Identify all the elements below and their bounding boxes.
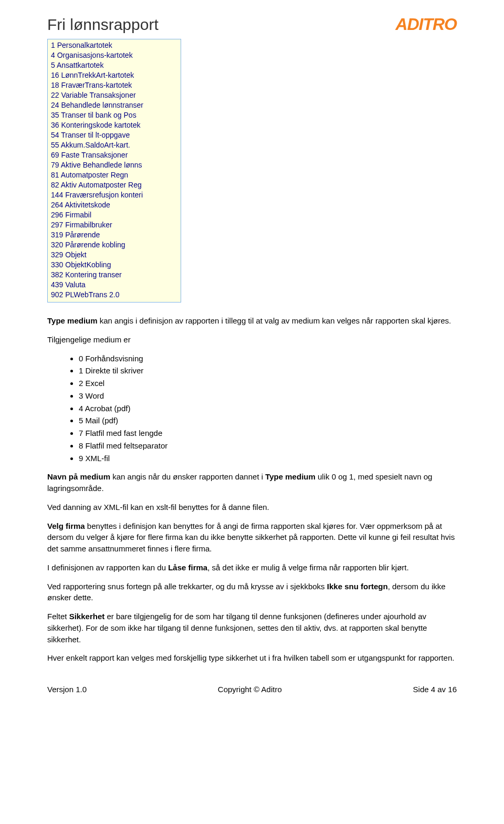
list-item: 4 Organisasjons-kartotek xyxy=(51,50,177,60)
list-item: 320 Pårørende kobling xyxy=(51,240,177,250)
list-item: 2 Excel xyxy=(79,378,457,389)
text: benyttes i definisjon kan benyttes for å… xyxy=(47,521,455,554)
body-content: Type medium kan angis i definisjon av ra… xyxy=(47,315,457,664)
text: kan angis i definisjon av rapporten i ti… xyxy=(98,316,452,325)
list-item: 16 LønnTrekkArt-kartotek xyxy=(51,70,177,80)
bold-term: Navn på medium xyxy=(47,472,110,481)
bold-term: Velg firma xyxy=(47,521,85,530)
text: Feltet xyxy=(47,612,69,621)
bold-term: Type medium xyxy=(265,472,316,481)
list-item: 296 Firmabil xyxy=(51,210,177,220)
list-item: 382 Kontering transer xyxy=(51,270,177,280)
list-item: 54 Transer til lt-oppgave xyxy=(51,130,177,140)
list-item: 902 PLWebTrans 2.0 xyxy=(51,290,177,300)
footer: Versjon 1.0 Copyright © Aditro Side 4 av… xyxy=(47,685,457,694)
paragraph: I definisjonen av rapporten kan du Låse … xyxy=(47,562,457,573)
paragraph: Hver enkelt rapport kan velges med forsk… xyxy=(47,652,457,664)
list-item: 5 Ansattkartotek xyxy=(51,60,177,70)
page-title: Fri lønnsrapport xyxy=(47,16,159,34)
paragraph: Navn på medium kan angis når du ønsker r… xyxy=(47,471,457,494)
footer-version: Versjon 1.0 xyxy=(47,685,87,694)
bold-term: Sikkerhet xyxy=(69,612,105,621)
brand-logo: ADITRO xyxy=(395,16,457,33)
list-item: 1 Personalkartotek xyxy=(51,40,177,50)
text: Ved rapportering snus fortegn på alle tr… xyxy=(47,582,327,591)
paragraph: Ved rapportering snus fortegn på alle tr… xyxy=(47,581,457,604)
list-item: 1 Direkte til skriver xyxy=(79,365,457,377)
header: Fri lønnsrapport ADITRO xyxy=(47,16,457,34)
paragraph: Tilgjengelige medium er xyxy=(47,334,457,346)
list-item: 9 XML-fil xyxy=(79,453,457,464)
list-item: 7 Flatfil med fast lengde xyxy=(79,427,457,439)
list-item: 329 Objekt xyxy=(51,250,177,260)
list-item: 144 Fraværsrefusjon konteri xyxy=(51,190,177,200)
list-item: 18 FraværTrans-kartotek xyxy=(51,80,177,90)
list-item: 24 Behandlede lønnstranser xyxy=(51,100,177,110)
paragraph: Feltet Sikkerhet er bare tilgjengelig fo… xyxy=(47,611,457,645)
footer-page-number: Side 4 av 16 xyxy=(413,685,457,694)
list-item: 3 Word xyxy=(79,390,457,402)
list-item: 439 Valuta xyxy=(51,280,177,290)
list-item: 36 Konteringskode kartotek xyxy=(51,120,177,130)
footer-copyright: Copyright © Aditro xyxy=(218,685,282,694)
list-item: 4 Acrobat (pdf) xyxy=(79,403,457,414)
list-item: 319 Pårørende xyxy=(51,230,177,240)
list-item: 0 Forhåndsvisning xyxy=(79,353,457,364)
list-item: 82 Aktiv Automatposter Reg xyxy=(51,180,177,190)
text: I definisjonen av rapporten kan du xyxy=(47,563,168,572)
list-item: 264 Aktivitetskode xyxy=(51,200,177,210)
text: , så det ikke er mulig å velge firma når… xyxy=(207,563,408,572)
bold-term: Låse firma xyxy=(168,563,207,572)
paragraph: Ved danning av XML-fil kan en xslt-fil b… xyxy=(47,502,457,513)
list-item: 79 Aktive Behandlede lønns xyxy=(51,160,177,170)
list-item: 330 ObjektKobling xyxy=(51,260,177,270)
paragraph: Velg firma benyttes i definisjon kan ben… xyxy=(47,520,457,555)
list-item: 22 Variable Transaksjoner xyxy=(51,90,177,100)
document-page: Fri lønnsrapport ADITRO 1 Personalkartot… xyxy=(0,0,504,715)
list-item: 8 Flatfil med feltseparator xyxy=(79,440,457,452)
paragraph: Type medium kan angis i definisjon av ra… xyxy=(47,315,457,327)
text: kan angis når du ønsker rapporten dannet… xyxy=(110,472,265,481)
bold-term: Type medium xyxy=(47,316,98,325)
list-item: 5 Mail (pdf) xyxy=(79,415,457,426)
list-item: 81 Automatposter Regn xyxy=(51,170,177,180)
list-item: 297 Firmabilbruker xyxy=(51,220,177,230)
list-item: 55 Akkum.SaldoArt-kart. xyxy=(51,140,177,150)
bold-term: Ikke snu fortegn xyxy=(327,582,388,591)
media-list: 0 Forhåndsvisning 1 Direkte til skriver … xyxy=(47,353,457,464)
type-listbox: 1 Personalkartotek 4 Organisasjons-karto… xyxy=(47,39,181,303)
list-item: 35 Transer til bank og Pos xyxy=(51,110,177,120)
text: er bare tilgjengelig for de som har tilg… xyxy=(47,612,427,644)
list-item: 69 Faste Transaksjoner xyxy=(51,150,177,160)
